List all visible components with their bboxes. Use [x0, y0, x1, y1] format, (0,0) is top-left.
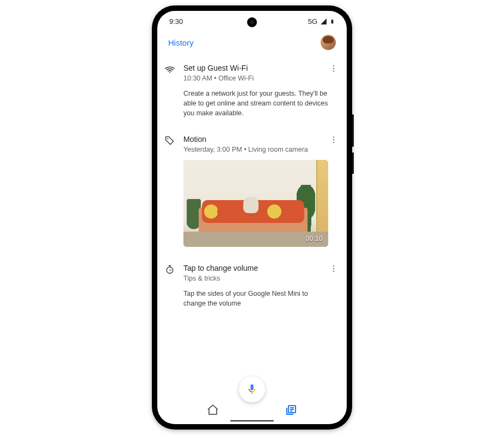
- more-button[interactable]: [328, 263, 339, 274]
- status-time: 9:30: [169, 17, 183, 26]
- svg-point-3: [333, 71, 334, 72]
- avatar[interactable]: [321, 35, 336, 50]
- tab-home[interactable]: [206, 403, 219, 417]
- tag-icon: [164, 135, 176, 147]
- svg-point-11: [333, 271, 334, 272]
- feed-list: Set up Guest Wi-Fi 10:30 AM • Office Wi-…: [157, 54, 347, 378]
- feed-subtitle: 10:30 AM • Office Wi-Fi: [183, 74, 328, 82]
- phone-frame: 9:30 5G History: [152, 5, 352, 430]
- mic-button[interactable]: [239, 376, 265, 402]
- more-button[interactable]: [328, 63, 339, 74]
- feed-description: Create a network just for your guests. T…: [183, 89, 328, 118]
- svg-point-2: [333, 68, 334, 69]
- network-label: 5G: [308, 17, 317, 26]
- feed-subtitle: Yesterday, 3:00 PM • Living room camera: [183, 146, 328, 153]
- feed-item-tip[interactable]: Tap to change volume Tips & tricks Tap t…: [164, 263, 340, 308]
- feed-title: Motion: [183, 134, 328, 145]
- svg-point-6: [333, 139, 334, 140]
- feed-item-wifi[interactable]: Set up Guest Wi-Fi 10:30 AM • Office Wi-…: [164, 63, 340, 118]
- svg-point-0: [169, 72, 170, 73]
- svg-point-1: [333, 65, 334, 66]
- tab-activity[interactable]: [285, 403, 298, 417]
- feed-title: Tap to change volume: [183, 263, 328, 274]
- screen: 9:30 5G History: [157, 11, 347, 424]
- signal-icon: [319, 18, 328, 25]
- battery-icon: [330, 17, 335, 26]
- header: History: [157, 32, 347, 54]
- feed-item-motion[interactable]: Motion Yesterday, 3:00 PM • Living room …: [164, 134, 340, 247]
- svg-point-5: [333, 136, 334, 138]
- svg-point-10: [333, 268, 334, 269]
- volume-button: [352, 114, 354, 147]
- camera-notch: [247, 17, 257, 27]
- feed-title: Set up Guest Wi-Fi: [183, 63, 328, 73]
- wifi-icon: [164, 64, 176, 76]
- feed-subtitle: Tips & tricks: [183, 275, 328, 282]
- video-duration: 00:10: [305, 235, 323, 243]
- home-indicator[interactable]: [230, 420, 274, 422]
- svg-point-9: [333, 265, 334, 266]
- power-button: [352, 152, 354, 174]
- svg-point-7: [333, 142, 334, 143]
- bottom-nav: [157, 378, 347, 424]
- page-title[interactable]: History: [168, 38, 194, 47]
- stopwatch-icon: [164, 264, 176, 276]
- camera-thumbnail[interactable]: 00:10: [183, 160, 328, 247]
- svg-point-4: [167, 138, 168, 139]
- more-button[interactable]: [328, 134, 339, 145]
- feed-description: Tap the sides of your Google Nest Mini t…: [183, 289, 328, 308]
